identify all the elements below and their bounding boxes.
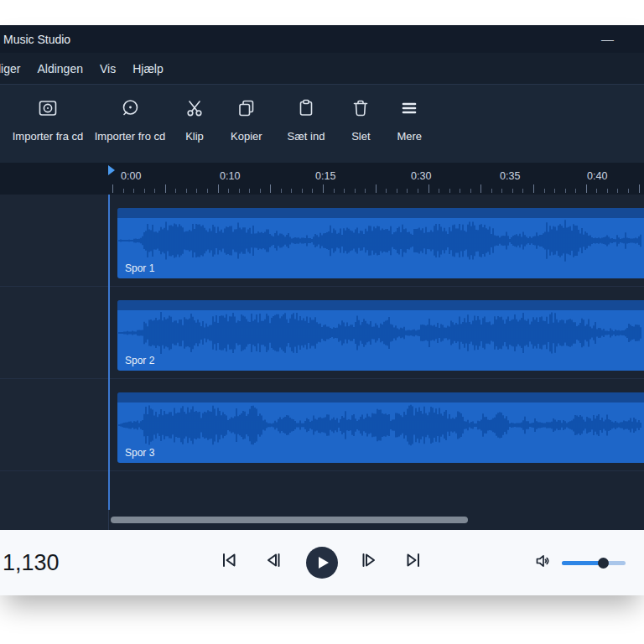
audio-clip-spor-1[interactable]: Spor 1 [117, 208, 644, 278]
ruler-label: 0:10 [220, 170, 240, 182]
previous-button[interactable] [262, 552, 284, 574]
import-from-cd-button[interactable]: Importer fra cd [7, 97, 89, 144]
clip-label: Spor 2 [125, 355, 154, 366]
menu-item-rediger[interactable]: liger [0, 62, 29, 75]
audio-clip-spor-2[interactable]: Spor 2 [117, 300, 644, 371]
skip-to-end-icon [403, 550, 425, 575]
next-button[interactable] [360, 552, 382, 574]
ruler-label: 0:30 [411, 170, 431, 182]
waveform-spor-1 [117, 217, 644, 264]
more-icon [398, 97, 420, 130]
skip-to-start-button[interactable] [219, 552, 241, 574]
import-from-cd-2-button[interactable]: Importer fro cd [89, 97, 171, 144]
volume-slider-knob[interactable] [598, 558, 609, 569]
ruler-label: 0:15 [315, 170, 335, 182]
track-row: Spor 1 [0, 195, 644, 287]
paste-button[interactable]: Sæt ind [275, 97, 338, 144]
timeline-ruler[interactable]: 0:00 0:10 0:15 0:30 0:35 0:40 [0, 163, 644, 195]
volume-controls [533, 551, 626, 574]
play-button[interactable] [306, 547, 338, 579]
horizontal-scrollbar[interactable] [111, 517, 468, 523]
menu-item-vis[interactable]: Vis [91, 62, 124, 75]
track-area: Spor 1 Spor 2 Spor 3 [0, 195, 644, 530]
delete-button[interactable]: Slet [337, 97, 384, 144]
playhead-marker-icon[interactable] [108, 165, 115, 175]
clip-label: Spor 3 [125, 447, 154, 459]
clip-label: Spor 1 [125, 262, 154, 274]
volume-slider[interactable] [562, 557, 626, 569]
waveform-spor-2 [117, 309, 644, 356]
cut-button[interactable]: Klip [171, 97, 218, 144]
title-bar: Music Studio — [0, 25, 644, 53]
next-icon [360, 550, 382, 575]
trash-icon [350, 97, 371, 130]
track-footer [0, 471, 644, 530]
speaker-icon[interactable] [533, 551, 553, 574]
track-row: Spor 2 [0, 287, 644, 379]
track-row: Spor 3 [0, 379, 644, 471]
volume-slider-fill [562, 561, 603, 565]
copy-button[interactable]: Kopier [218, 97, 275, 144]
previous-icon [262, 550, 284, 575]
disc-import-icon [119, 97, 141, 130]
ruler-label: 0:00 [121, 170, 141, 182]
transport-bar: 1,130 [0, 530, 644, 595]
paste-icon [295, 97, 317, 130]
time-display: 1,130 [0, 550, 60, 576]
playhead-line [108, 195, 110, 510]
ruler-label: 0:35 [500, 170, 520, 182]
waveform-spor-3 [117, 402, 644, 449]
menu-item-hjaelp[interactable]: Hjælp [124, 62, 172, 75]
minimize-button[interactable]: — [596, 32, 619, 46]
transport-controls [219, 547, 425, 579]
more-button[interactable]: Mere [384, 97, 434, 144]
audio-clip-spor-3[interactable]: Spor 3 [117, 392, 644, 463]
ruler-ticks [109, 184, 644, 195]
window-title: Music Studio [3, 33, 596, 46]
scissors-icon [184, 97, 205, 130]
cd-import-icon [37, 97, 59, 130]
skip-to-start-icon [219, 550, 241, 575]
play-icon [319, 557, 329, 569]
toolbar: Importer fra cd Importer fro cd Klip Kop… [0, 84, 644, 163]
copy-icon [236, 97, 257, 130]
menu-item-aldingen[interactable]: Aldingen [29, 62, 91, 75]
ruler-label: 0:40 [587, 170, 607, 182]
menu-bar: liger Aldingen Vis Hjælp [0, 53, 644, 84]
app-window: Music Studio — liger Aldingen Vis Hjælp … [0, 25, 644, 595]
skip-to-end-button[interactable] [403, 552, 425, 574]
